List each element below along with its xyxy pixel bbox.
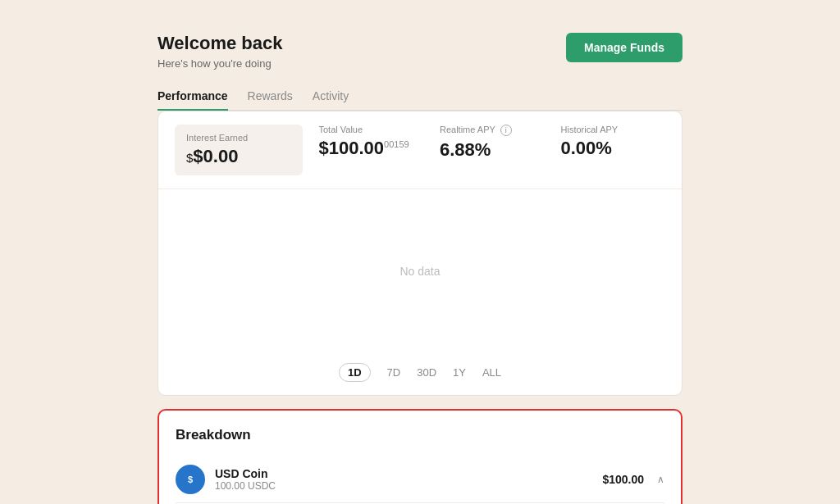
- interest-amount: $0.00: [193, 146, 238, 166]
- historical-apy-label: Historical APY: [561, 125, 666, 134]
- performance-card: Interest Earned $$0.00 Total Value $100.…: [158, 111, 682, 396]
- total-value-main: $100.00: [319, 138, 385, 158]
- breakdown-item-usdc[interactable]: $ USD Coin 100.00 USDC $100.00 ∧: [176, 456, 664, 503]
- breakdown-card: Breakdown $ USD Coin 100.00 USDC $100.00…: [158, 409, 682, 504]
- tab-rewards[interactable]: Rewards: [248, 89, 293, 111]
- historical-apy-value: 0.00%: [561, 138, 666, 159]
- welcome-subtitle: Here's how you're doing: [158, 57, 282, 70]
- page-header: Welcome back Here's how you're doing Man…: [158, 33, 682, 70]
- breakdown-title: Breakdown: [176, 427, 664, 443]
- historical-apy-stat: Historical APY 0.00%: [561, 125, 666, 175]
- realtime-apy-stat: Realtime APY i 6.88%: [440, 125, 561, 175]
- chart-btn-all[interactable]: ALL: [482, 366, 501, 379]
- tab-bar: Performance Rewards Activity: [158, 89, 682, 111]
- usdc-name: USD Coin: [215, 467, 602, 480]
- chart-btn-1y[interactable]: 1Y: [453, 366, 466, 379]
- interest-earned-stat: Interest Earned $$0.00: [175, 125, 303, 175]
- welcome-title: Welcome back: [158, 33, 282, 54]
- manage-funds-button[interactable]: Manage Funds: [566, 33, 682, 62]
- interest-earned-label: Interest Earned: [186, 133, 291, 143]
- chart-btn-7d[interactable]: 7D: [387, 366, 401, 379]
- tab-performance[interactable]: Performance: [158, 89, 228, 111]
- svg-text:$: $: [188, 474, 193, 484]
- interest-earned-value: $$0.00: [186, 146, 291, 167]
- chart-btn-1d[interactable]: 1D: [339, 363, 371, 382]
- welcome-section: Welcome back Here's how you're doing: [158, 33, 282, 70]
- main-container: Welcome back Here's how you're doing Man…: [158, 33, 682, 504]
- usdc-icon: $: [176, 465, 205, 494]
- total-value-super: 00159: [384, 139, 409, 149]
- total-value-value: $100.0000159: [319, 138, 424, 159]
- no-data-label: No data: [399, 265, 440, 278]
- chart-area: No data: [158, 189, 682, 353]
- realtime-apy-value: 6.88%: [440, 139, 545, 161]
- usdc-chevron-icon: ∧: [657, 474, 664, 485]
- realtime-apy-info-icon[interactable]: i: [500, 125, 512, 136]
- total-value-stat: Total Value $100.0000159: [319, 125, 441, 175]
- usdc-value: $100.00: [602, 473, 644, 486]
- chart-btn-30d[interactable]: 30D: [417, 366, 436, 379]
- tab-activity[interactable]: Activity: [313, 89, 349, 111]
- stats-row: Interest Earned $$0.00 Total Value $100.…: [158, 111, 682, 189]
- usdc-info: USD Coin 100.00 USDC: [215, 467, 602, 492]
- realtime-apy-label: Realtime APY i: [440, 125, 545, 136]
- chart-controls: 1D 7D 30D 1Y ALL: [158, 353, 682, 395]
- total-value-label: Total Value: [319, 125, 424, 134]
- usdc-amount: 100.00 USDC: [215, 480, 602, 492]
